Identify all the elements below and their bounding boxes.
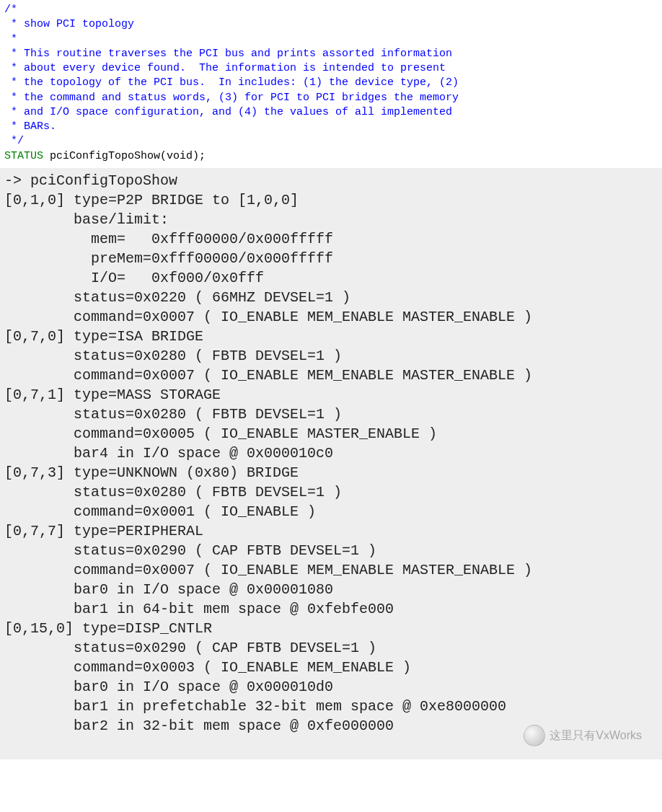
watermark: 这里只有VxWorks — [524, 725, 642, 746]
source-declaration: STATUS pciConfigTopoShow(void); — [0, 149, 662, 168]
watermark-icon — [524, 725, 545, 746]
status-keyword: STATUS — [4, 150, 43, 162]
terminal-output: -> pciConfigTopoShow [0,1,0] type=P2P BR… — [0, 168, 662, 759]
source-comment-block: /* * show PCI topology * * This routine … — [0, 0, 662, 149]
watermark-text: 这里只有VxWorks — [550, 728, 642, 743]
function-signature: pciConfigTopoShow(void); — [43, 150, 206, 162]
